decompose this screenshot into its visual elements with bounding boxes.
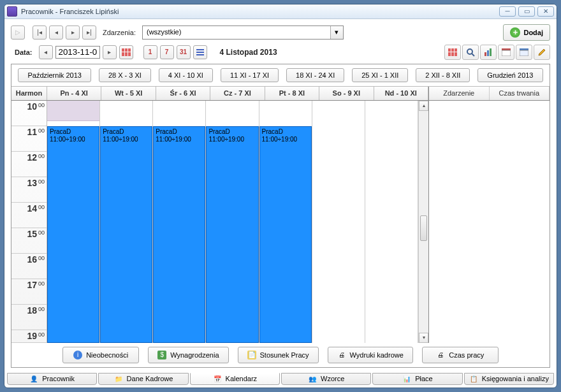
tool-chart-button[interactable] [480, 45, 497, 60]
svg-point-3 [467, 49, 472, 54]
right-tool-icons [444, 45, 550, 60]
scroll-thumb[interactable] [420, 215, 427, 241]
tool-calendar-1-button[interactable] [498, 45, 514, 60]
day-header-thu[interactable]: Cz - 7 XI [210, 87, 265, 100]
action-hr-prints[interactable]: 🖨 Wydruki kadrowe [328, 347, 413, 363]
action-worktime[interactable]: 🖨 Czas pracy [422, 347, 499, 363]
day-header-fri[interactable]: Pt - 8 XI [265, 87, 319, 100]
view-day-1-button[interactable]: 1 [143, 45, 157, 59]
nav-play-button[interactable]: ▷ [11, 25, 25, 40]
action-wages[interactable]: $ Wynagrodzenia [148, 347, 228, 363]
view-month-31-button[interactable]: 31 [177, 45, 191, 59]
date-input[interactable] [55, 46, 100, 59]
day-header-tue[interactable]: Wt - 5 XI [101, 87, 156, 100]
side-col-duration[interactable]: Czas trwania [490, 87, 550, 100]
calendar-icon: 📅 [213, 374, 222, 383]
scroll-down-arrow[interactable]: ▾ [419, 333, 428, 343]
tab-calendar[interactable]: 📅 Kalendarz [190, 373, 280, 385]
time-axis: 1000 1100 1200 1300 1400 1500 1600 1700 … [11, 101, 47, 343]
day-header-mon[interactable]: Pn - 4 XI [47, 87, 101, 100]
svg-rect-2 [196, 54, 204, 55]
events-select-value: (wszystkie) [143, 26, 330, 39]
side-header: Zdarzenie Czas trwania [429, 87, 550, 101]
tab-employee[interactable]: 👤 Pracownik [7, 373, 97, 385]
day-col-sun[interactable] [365, 101, 418, 343]
day-col-wed[interactable]: PracaD 11:00÷19:00 [153, 101, 206, 343]
event-work-thu[interactable]: PracaD 11:00÷19:00 [206, 126, 258, 343]
tool-edit-button[interactable] [534, 45, 550, 60]
event-work-mon[interactable]: PracaD 11:00÷19:00 [47, 126, 99, 343]
date-label: Data: [15, 48, 33, 56]
scroll-up-arrow[interactable]: ▴ [419, 101, 428, 111]
side-col-event[interactable]: Zdarzenie [429, 87, 490, 100]
hour-19: 1900 [11, 330, 47, 343]
toolbar-row-2: Data: ◂ ▸ 1 7 31 4 Listopad 2013 [11, 45, 550, 60]
svg-rect-5 [484, 52, 486, 56]
events-select-arrow[interactable]: ▾ [330, 26, 343, 39]
week-nav-w3[interactable]: 11 XI - 17 XI [221, 68, 279, 82]
tab-patterns[interactable]: 👥 Wzorce [281, 373, 371, 385]
nav-first-button[interactable]: |◂ [33, 25, 47, 40]
event-placeholder-mon[interactable] [47, 101, 99, 121]
person-icon: 👤 [29, 374, 38, 383]
hour-16: 1600 [11, 254, 47, 279]
week-nav-prev-month[interactable]: Październik 2013 [18, 68, 91, 82]
day-col-sat[interactable] [312, 101, 365, 343]
hour-18: 1800 [11, 305, 47, 330]
day-header-sat[interactable]: So - 9 XI [319, 87, 374, 100]
tab-hr-data[interactable]: 📁 Dane Kadrowe [98, 373, 188, 385]
money-icon: $ [157, 351, 166, 359]
date-prev-button[interactable]: ◂ [39, 45, 53, 59]
minimize-button[interactable]: ─ [499, 6, 516, 17]
events-select[interactable]: (wszystkie) ▾ [142, 25, 344, 40]
side-body [429, 101, 550, 343]
time-header: Harmon [11, 87, 47, 100]
maximize-button[interactable]: ▭ [518, 6, 535, 17]
week-nav-w5[interactable]: 25 XI - 1 XII [352, 68, 408, 82]
week-nav-w2[interactable]: 4 XI - 10 XI [159, 68, 213, 82]
event-work-wed[interactable]: PracaD 11:00÷19:00 [153, 126, 205, 343]
day-col-thu[interactable]: PracaD 11:00÷19:00 [206, 101, 259, 343]
date-next-button[interactable]: ▸ [103, 45, 117, 59]
tool-search-button[interactable] [462, 45, 479, 60]
grid-body: 1000 1100 1200 1300 1400 1500 1600 1700 … [11, 101, 428, 343]
bottom-tabs: 👤 Pracownik 📁 Dane Kadrowe 📅 Kalendarz 👥… [4, 373, 557, 388]
info-icon: i [73, 351, 82, 359]
week-nav-w1[interactable]: 28 X - 3 XI [99, 68, 151, 82]
action-absences[interactable]: i Nieobecności [62, 347, 139, 363]
svg-marker-12 [539, 49, 545, 55]
tab-accounting[interactable]: 📋 Księgowania i analizy [464, 373, 554, 385]
add-button[interactable]: + Dodaj [503, 24, 550, 41]
hour-15: 1500 [11, 228, 47, 254]
hour-10: 1000 [11, 101, 47, 126]
folder-icon: 📁 [114, 374, 123, 383]
action-row: i Nieobecności $ Wynagrodzenia 📄 Stosune… [11, 343, 550, 367]
tool-grid-button[interactable] [444, 45, 461, 60]
action-employment[interactable]: 📄 Stosunek Pracy [238, 347, 319, 363]
nav-last-button[interactable]: ▸| [82, 25, 96, 40]
day-col-mon[interactable]: PracaD 11:00÷19:00 [47, 101, 100, 343]
tool-calendar-2-button[interactable] [516, 45, 532, 60]
calendar-picker-button[interactable] [119, 45, 133, 59]
svg-rect-0 [196, 49, 204, 50]
day-col-tue[interactable]: PracaD 11:00÷19:00 [100, 101, 153, 343]
hour-12: 1200 [11, 152, 47, 177]
week-nav-w6[interactable]: 2 XII - 8 XII [416, 68, 470, 82]
day-header-sun[interactable]: Nd - 10 XI [374, 87, 428, 100]
event-work-tue[interactable]: PracaD 11:00÷19:00 [100, 126, 152, 343]
day-col-fri[interactable]: PracaD 11:00÷19:00 [259, 101, 312, 343]
close-button[interactable]: ✕ [537, 6, 554, 17]
vertical-scrollbar[interactable]: ▴ ▾ [418, 101, 428, 343]
week-nav-w4[interactable]: 18 XI - 24 XI [286, 68, 344, 82]
tab-pay[interactable]: 📊 Płace [372, 373, 462, 385]
view-week-7-button[interactable]: 7 [160, 45, 174, 59]
day-header-wed[interactable]: Śr - 6 XI [156, 87, 210, 100]
event-work-fri[interactable]: PracaD 11:00÷19:00 [259, 126, 312, 343]
view-list-button[interactable] [193, 45, 207, 59]
nav-prev-button[interactable]: ◂ [49, 25, 63, 40]
week-nav-next-month[interactable]: Grudzień 2013 [477, 68, 543, 82]
side-panel: Zdarzenie Czas trwania [428, 87, 550, 343]
nav-next-button[interactable]: ▸ [66, 25, 80, 40]
table-icon: 📊 [402, 374, 411, 383]
toolbar-row-1: ▷ |◂ ◂ ▸ ▸| Zdarzenia: (wszystkie) ▾ + D… [11, 24, 550, 41]
